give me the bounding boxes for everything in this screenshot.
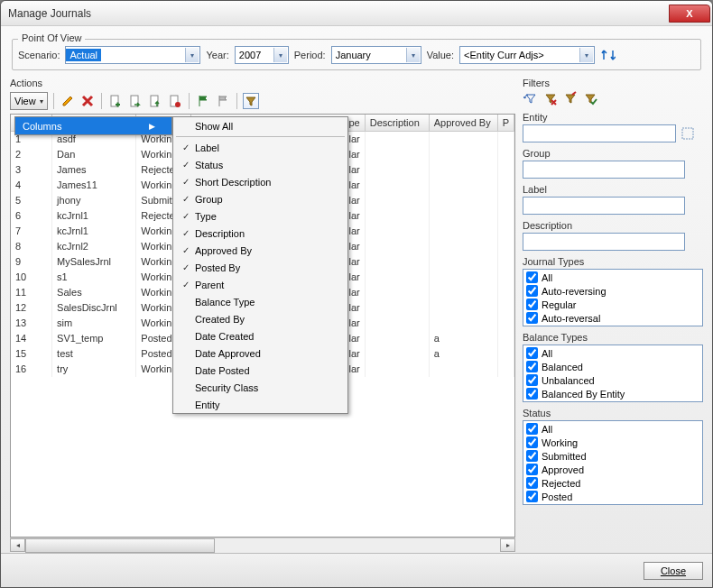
status-item[interactable]: All [526,422,699,436]
checkbox[interactable] [526,347,538,359]
submenu-item[interactable]: ✓Type [173,207,347,225]
checkbox[interactable] [526,464,538,475]
table-cell: kcJrnl1 [52,224,136,239]
submenu-item[interactable]: Balance Type [173,293,347,310]
columns-submenu[interactable]: Show All✓Label✓Status✓Short Description✓… [172,116,348,414]
checkbox[interactable] [526,299,538,310]
description-input[interactable] [523,233,685,251]
submenu-item[interactable]: ✓Status [173,156,347,173]
checkbox[interactable] [526,271,538,283]
horizontal-scrollbar[interactable]: ◂ ▸ [10,537,515,553]
checkbox[interactable] [526,423,538,435]
journal-type-item[interactable]: All [526,271,699,284]
checkbox[interactable] [526,361,538,372]
col-type-text: pe [349,117,360,128]
checkbox[interactable] [526,450,538,462]
checkbox[interactable] [526,436,538,448]
doc-add-icon[interactable] [107,93,124,109]
close-button[interactable]: Close [644,562,703,580]
checkbox[interactable] [526,477,538,489]
submenu-item-label: Entity [195,400,220,410]
view-button[interactable]: View ▾ [10,92,48,110]
col-p[interactable]: P [497,115,514,132]
scroll-left-icon[interactable]: ◂ [10,538,25,552]
submenu-item[interactable]: ✓Short Description [173,173,347,190]
balance-type-item[interactable]: Balanced [526,360,699,373]
value-select[interactable]: <Entity Curr Adjs> ▾ [459,46,595,64]
filter-journal-types: Journal Types AllAuto-reversingRegularAu… [523,256,703,326]
submenu-item[interactable]: ✓Approved By [173,242,347,259]
entity-picker-icon[interactable] [680,125,696,142]
col-approvedby[interactable]: Approved By [429,115,497,132]
status-item[interactable]: Posted [526,490,699,503]
submenu-item[interactable]: Show All [173,117,347,134]
submenu-item-label: Security Class [195,382,258,393]
checkbox[interactable] [526,491,538,502]
view-menu[interactable]: Columns ▶ [14,116,172,135]
submenu-item[interactable]: ✓Label [173,139,347,156]
checkbox[interactable] [526,285,538,297]
table-cell [497,193,514,208]
flag-gray-icon[interactable] [215,93,231,109]
point-of-view-group: Point Of View Scenario: Actual ▾ Year: 2… [12,33,701,70]
balance-type-item[interactable]: Unbalanced [526,373,699,387]
submenu-item[interactable]: Entity [173,396,347,413]
status-list: AllWorkingSubmittedApprovedRejectedPoste… [523,420,703,505]
close-icon: X [686,8,692,19]
submenu-item[interactable]: ✓Description [173,225,347,242]
period-select[interactable]: January ▾ [331,46,421,64]
submenu-item[interactable]: Security Class [173,379,347,396]
entity-input[interactable] [523,124,676,142]
table-cell [429,285,497,300]
scroll-track[interactable] [25,538,500,553]
delete-icon[interactable] [79,93,96,109]
status-item[interactable]: Approved [526,463,699,476]
filter-apply-icon[interactable] [582,90,598,106]
table-cell [365,331,429,346]
checkbox[interactable] [526,312,538,324]
flag-green-icon[interactable] [195,93,211,109]
table-cell [365,362,429,377]
checkbox[interactable] [526,388,538,400]
window-close-button[interactable]: X [669,5,710,23]
journal-type-item[interactable]: Regular [526,298,699,311]
journal-type-item[interactable]: Auto-reversal [526,311,699,325]
submenu-item[interactable]: Date Approved [173,345,347,362]
year-select[interactable]: 2007 ▾ [235,46,289,64]
table-cell [497,331,514,346]
status-item[interactable]: Working [526,436,699,449]
status-item[interactable]: Submitted [526,449,699,463]
chevron-down-icon: ▾ [273,48,287,62]
doc-stop-icon[interactable] [167,93,183,109]
filter-reset-icon[interactable] [523,90,539,106]
menu-item-columns[interactable]: Columns ▶ [15,117,171,134]
submenu-item[interactable]: Created By [173,310,347,327]
table-cell: 6 [11,208,52,224]
submenu-item[interactable]: ✓Posted By [173,259,347,276]
scenario-select[interactable]: Actual ▾ [65,46,200,64]
window: Manage Journals X Point Of View Scenario… [0,0,713,588]
group-input[interactable] [523,161,685,179]
submenu-item[interactable]: ✓Group [173,190,347,207]
col-description[interactable]: Description [365,115,429,132]
balance-type-item[interactable]: All [526,346,699,360]
journal-type-item[interactable]: Auto-reversing [526,284,699,298]
balance-type-item[interactable]: Balanced By Entity [526,387,699,400]
scroll-thumb[interactable] [25,538,215,553]
filter-clear-icon[interactable] [562,90,579,106]
filter-icon[interactable] [243,93,259,109]
doc-up-icon[interactable] [147,93,163,109]
submenu-item-label: Date Created [195,331,254,342]
submenu-item[interactable]: Date Created [173,327,347,345]
filter-remove-icon[interactable] [542,90,559,106]
submenu-item[interactable]: Date Posted [173,362,347,379]
checkbox[interactable] [526,374,538,386]
scroll-right-icon[interactable]: ▸ [500,538,515,552]
refresh-pov-icon[interactable] [600,47,616,63]
table-cell [365,224,429,239]
edit-icon[interactable] [60,93,76,109]
status-item[interactable]: Rejected [526,476,699,490]
label-input[interactable] [523,197,685,215]
submenu-item[interactable]: ✓Parent [173,276,347,293]
doc-next-icon[interactable] [127,93,144,109]
